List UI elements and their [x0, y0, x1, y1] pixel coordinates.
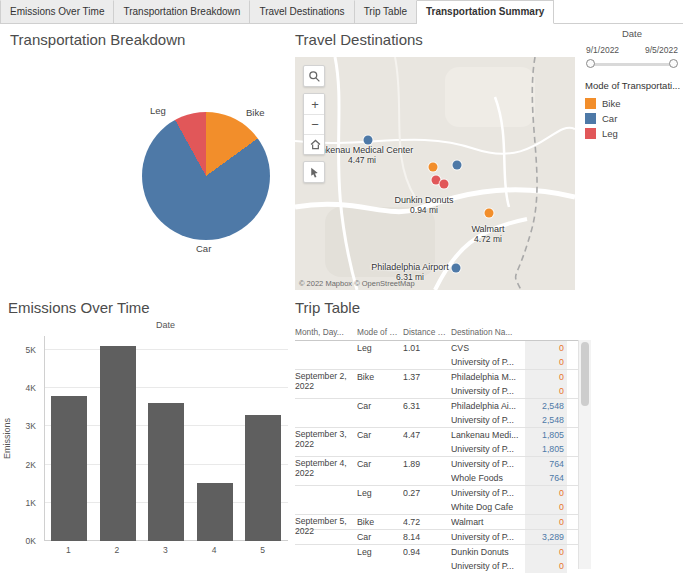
cell-month — [295, 500, 357, 514]
slider-track[interactable] — [588, 63, 676, 66]
column-header — [525, 324, 567, 340]
cell-month — [295, 399, 357, 413]
destination-distance: 4.47 mi — [311, 155, 414, 165]
cell-distance: 4.47 — [403, 428, 451, 442]
map-marker-car[interactable] — [452, 264, 461, 273]
table-row[interactable]: September 5, 2022Bike4.72Walmart0 — [295, 514, 579, 529]
cell-distance — [403, 500, 451, 514]
map-marker-leg[interactable] — [440, 180, 449, 189]
table-row[interactable]: September 2, 2022Bike1.37Philadelphia M.… — [295, 369, 579, 384]
cell-month — [295, 545, 357, 559]
table-row[interactable]: University of P...2,548 — [295, 413, 579, 427]
cell-emissions-value: 764 — [525, 471, 567, 485]
map-destination-label: Lankenau Medical Center4.47 mi — [311, 145, 414, 165]
cell-destination: Walmart — [451, 515, 525, 529]
zoom-out-button[interactable]: − — [304, 114, 325, 134]
pie-chart[interactable] — [142, 112, 270, 240]
search-icon — [308, 70, 321, 83]
gridline — [45, 349, 288, 350]
destination-name: Dunkin Donuts — [394, 195, 453, 205]
map-home-button[interactable] — [304, 134, 325, 154]
cell-emissions-value: 1,805 — [525, 442, 567, 456]
tab-transportation-breakdown[interactable]: Transportation Breakdown — [114, 0, 250, 23]
cell-month — [295, 530, 357, 544]
map-canvas[interactable]: + − Lankenau Medical Center4.47 miDunkin… — [295, 57, 575, 290]
cell-mode: Car — [357, 428, 403, 442]
table-row[interactable]: University of P...0 — [295, 355, 579, 369]
cell-emissions-value: 0 — [525, 341, 567, 355]
map-marker-car[interactable] — [453, 161, 462, 170]
table-scrollbar[interactable] — [578, 340, 591, 569]
date-filter-end: 9/5/2022 — [645, 45, 678, 55]
tab-transportation-summary[interactable]: Transportation Summary — [417, 0, 554, 24]
x-tick-label: 4 — [190, 545, 239, 555]
destination-name: Philadelphia Airport — [371, 262, 449, 272]
bar-day-2[interactable] — [100, 346, 136, 541]
cell-emissions-value: 2,548 — [525, 399, 567, 413]
legend-swatch-leg — [585, 128, 596, 139]
cell-destination: CVS — [451, 341, 525, 355]
tab-travel-destinations[interactable]: Travel Destinations — [250, 0, 354, 23]
legend-item-car[interactable]: Car — [585, 113, 681, 124]
table-row[interactable]: University of P...0 — [295, 559, 579, 573]
cell-month — [295, 486, 357, 500]
tab-emissions-over-time[interactable]: Emissions Over Time — [0, 0, 114, 23]
zoom-in-button[interactable]: + — [304, 94, 325, 114]
destination-name: Walmart — [471, 224, 504, 234]
map-pan-button[interactable] — [303, 161, 325, 183]
cell-mode — [357, 442, 403, 456]
table-row[interactable]: Car6.31Philadelphia Ai...2,548 — [295, 398, 579, 413]
cell-distance: 4.72 — [403, 515, 451, 529]
map-search-button[interactable] — [303, 65, 325, 87]
slider-handle-end[interactable] — [669, 59, 678, 68]
cell-mode: Leg — [357, 341, 403, 355]
cell-destination: University of P... — [451, 413, 525, 427]
cell-mode: Car — [357, 530, 403, 544]
table-row[interactable]: White Dog Cafe0 — [295, 500, 579, 514]
cell-mode — [357, 355, 403, 369]
map-marker-bike[interactable] — [429, 163, 438, 172]
bar-day-3[interactable] — [148, 403, 184, 541]
cell-emissions-value: 764 — [525, 457, 567, 471]
table-row[interactable]: September 3, 2022Car4.47Lankenau Medi...… — [295, 427, 579, 442]
table-row[interactable]: University of P...1,805 — [295, 442, 579, 456]
cell-mode: Bike — [357, 515, 403, 529]
bar-day-4[interactable] — [197, 483, 233, 541]
cell-destination: Whole Foods — [451, 471, 525, 485]
cell-distance — [403, 384, 451, 398]
tab-trip-table[interactable]: Trip Table — [355, 0, 417, 23]
slider-handle-start[interactable] — [586, 59, 595, 68]
y-tick-label: 1K — [26, 498, 36, 508]
column-header: Month, Day... — [295, 324, 357, 340]
y-tick-label: 3K — [26, 421, 36, 431]
date-range-slider[interactable] — [586, 59, 678, 69]
bar-day-1[interactable] — [51, 396, 87, 541]
bar-day-5[interactable] — [245, 415, 281, 541]
pie-label-car: Car — [196, 243, 211, 254]
cell-month: September 5, 2022 — [295, 515, 357, 529]
cell-emissions-value: 3,289 — [525, 530, 567, 544]
legend-items: BikeCarLeg — [585, 98, 681, 139]
legend-item-bike[interactable]: Bike — [585, 98, 681, 109]
map-marker-bike[interactable] — [485, 209, 494, 218]
table-row[interactable]: Leg0.94Dunkin Donuts0 — [295, 544, 579, 559]
table-row[interactable]: Leg0.27University of P...0 — [295, 485, 579, 500]
table-row[interactable]: September 4, 2022Car1.89University of P.… — [295, 456, 579, 471]
legend-item-leg[interactable]: Leg — [585, 128, 681, 139]
cell-destination: University of P... — [451, 457, 525, 471]
pie-panel-title: Transportation Breakdown — [10, 31, 185, 48]
table-row[interactable]: University of P...0 — [295, 384, 579, 398]
table-row[interactable]: Car8.14University of P...3,289 — [295, 529, 579, 544]
table-row[interactable]: Leg1.01CVS0 — [295, 341, 579, 355]
table-row[interactable]: Whole Foods764 — [295, 471, 579, 485]
scrollbar-thumb[interactable] — [581, 342, 589, 406]
column-header: Mode of Tra... — [357, 324, 403, 340]
date-filter-title: Date — [586, 28, 678, 39]
cell-destination: University of P... — [451, 486, 525, 500]
legend-title: Mode of Transportati... — [585, 80, 681, 91]
cell-emissions-value: 2,548 — [525, 413, 567, 427]
cell-emissions-value: 0 — [525, 559, 567, 573]
cell-month: September 2, 2022 — [295, 370, 357, 384]
map-marker-car[interactable] — [364, 136, 373, 145]
cell-emissions-value: 0 — [525, 370, 567, 384]
